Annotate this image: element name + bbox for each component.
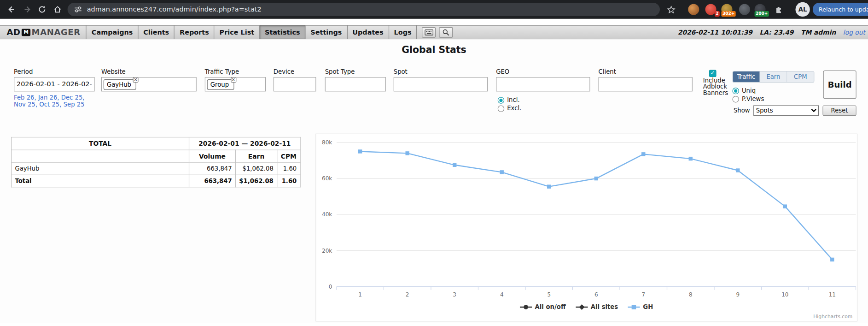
pviews-option[interactable]: P.Views: [732, 95, 764, 103]
table-header-row: TOTAL 2026-02-01 — 2026-02-11: [12, 137, 300, 150]
svg-text:80k: 80k: [322, 139, 332, 146]
logout-link[interactable]: log out: [843, 28, 865, 36]
search-button[interactable]: [439, 27, 453, 37]
page-title: Global Stats: [0, 44, 868, 55]
reset-button[interactable]: Reset: [822, 105, 856, 116]
extensions-menu-button[interactable]: [773, 4, 784, 15]
show-row: Show Spots: [734, 105, 819, 116]
period-label: Period: [14, 68, 33, 76]
geo-incl-option[interactable]: Incl.: [498, 96, 520, 104]
mode-button-traffic[interactable]: Traffic: [733, 71, 760, 82]
totals-table: TOTAL 2026-02-01 — 2026-02-11 Volume Ear…: [11, 137, 301, 187]
website-chip-label: GayHub: [107, 81, 131, 88]
legend-item-gh[interactable]: GH: [628, 303, 653, 311]
keyboard-button[interactable]: [422, 27, 436, 37]
chart-plot-area: 020k40k60k80k1234567891011: [316, 134, 858, 301]
reload-button[interactable]: [35, 3, 49, 16]
legend-item-all-on-off[interactable]: All on/off: [520, 303, 565, 311]
period-quick-link[interactable]: Dec 25,: [61, 94, 85, 101]
logo-prefix: AD: [6, 27, 20, 37]
extension-icon-3[interactable]: 302+: [721, 4, 732, 15]
chip-remove-icon[interactable]: ×: [231, 77, 236, 83]
pviews-radio[interactable]: [732, 95, 739, 102]
period-quick-link[interactable]: Feb 26,: [14, 94, 36, 101]
col-cpm: CPM: [277, 150, 300, 163]
period-quick-link[interactable]: Nov 25,: [14, 101, 37, 108]
legend-item-all-sites[interactable]: All sites: [576, 303, 618, 311]
extension-icon-1[interactable]: [688, 4, 699, 15]
period-input[interactable]: [14, 77, 95, 91]
traffic-type-chip[interactable]: Group ×: [207, 79, 234, 89]
geo-excl-radio[interactable]: [498, 105, 504, 112]
mode-button-earn[interactable]: Earn: [760, 71, 787, 82]
diamond-marker-icon: [576, 303, 588, 310]
adblock-checkbox[interactable]: [709, 70, 717, 77]
build-button[interactable]: Build: [823, 71, 856, 99]
profile-avatar[interactable]: AL: [796, 2, 810, 17]
tab-statistics[interactable]: Statistics: [259, 25, 305, 39]
extension-icon-4[interactable]: [739, 4, 750, 15]
bookmark-star-button[interactable]: [664, 3, 678, 16]
extension-icon-5[interactable]: 200+: [755, 4, 766, 15]
tab-settings[interactable]: Settings: [305, 25, 347, 39]
tab-updates[interactable]: Updates: [347, 25, 388, 39]
uniq-radio[interactable]: [732, 87, 739, 94]
site-info-icon[interactable]: [74, 6, 82, 13]
url-bar[interactable]: adman.annonces247.com/admin/index.php?a=…: [68, 3, 660, 16]
table-header-period: 2026-02-01 — 2026-02-11: [189, 137, 301, 150]
relaunch-button[interactable]: Relaunch to update: [813, 3, 868, 16]
chip-remove-icon[interactable]: ×: [133, 77, 139, 83]
device-input[interactable]: [274, 77, 316, 91]
period-quick-link[interactable]: Oct 25,: [39, 101, 61, 108]
back-button[interactable]: [5, 3, 18, 16]
website-chip[interactable]: GayHub ×: [104, 79, 136, 89]
uniq-option[interactable]: Uniq: [732, 87, 756, 95]
app-logo: AD M MANAGER: [0, 25, 86, 39]
spot-type-input[interactable]: [325, 77, 386, 91]
geo-excl-option[interactable]: Excl.: [498, 105, 522, 112]
adblock-label: Include Adblock Banners: [703, 77, 733, 96]
forward-button[interactable]: [21, 3, 35, 16]
header-info: 2026-02-11 10:01:39 LA: 23.49 TM admin l…: [678, 25, 865, 39]
uniq-label: Uniq: [742, 87, 756, 95]
home-button[interactable]: [51, 3, 64, 16]
row-earn: $1,062.08: [236, 163, 277, 175]
geo-input[interactable]: [496, 77, 590, 91]
total-earn: $1,062.08: [236, 175, 277, 187]
tab-logs[interactable]: Logs: [389, 25, 417, 39]
extension-icon-2[interactable]: 2: [705, 4, 717, 15]
traffic-type-input[interactable]: Group ×: [205, 77, 266, 91]
legend-item-label: All sites: [591, 303, 618, 311]
total-volume: 663,847: [189, 175, 236, 187]
browser-window: adman.annonces247.com/admin/index.php?a=…: [0, 0, 868, 326]
svg-text:60k: 60k: [322, 175, 332, 182]
tab-reports[interactable]: Reports: [174, 25, 214, 39]
row-cpm: 1.60: [277, 163, 300, 175]
svg-text:2: 2: [406, 291, 409, 298]
geo-incl-radio[interactable]: [498, 97, 504, 103]
header-user: TM admin: [801, 28, 836, 36]
tab-campaigns[interactable]: Campaigns: [86, 25, 138, 39]
geo-excl-label: Excl.: [507, 105, 521, 112]
spot-type-label: Spot Type: [325, 68, 355, 76]
show-select[interactable]: Spots: [753, 105, 819, 116]
square-marker-icon: [628, 303, 640, 310]
bookmark-star-icon: [667, 5, 675, 13]
geo-incl-label: Incl.: [507, 96, 519, 104]
website-input[interactable]: GayHub ×: [101, 77, 197, 91]
tab-clients[interactable]: Clients: [138, 25, 174, 39]
client-input[interactable]: [599, 77, 693, 91]
mode-button-cpm[interactable]: CPM: [787, 71, 814, 82]
spot-input[interactable]: [394, 77, 488, 91]
spot-label: Spot: [394, 68, 408, 76]
tab-price-list[interactable]: Price List: [214, 25, 259, 39]
url-text: adman.annonces247.com/admin/index.php?a=…: [87, 6, 262, 13]
geo-label: GEO: [496, 68, 509, 76]
home-icon: [53, 5, 62, 14]
back-icon: [6, 5, 15, 14]
period-quick-link[interactable]: Sep 25: [64, 101, 85, 108]
period-quick-link[interactable]: Jan 26,: [38, 94, 59, 101]
svg-text:8: 8: [689, 291, 693, 298]
chrome-page-gap: [0, 19, 868, 25]
table-header-total: TOTAL: [12, 137, 189, 150]
